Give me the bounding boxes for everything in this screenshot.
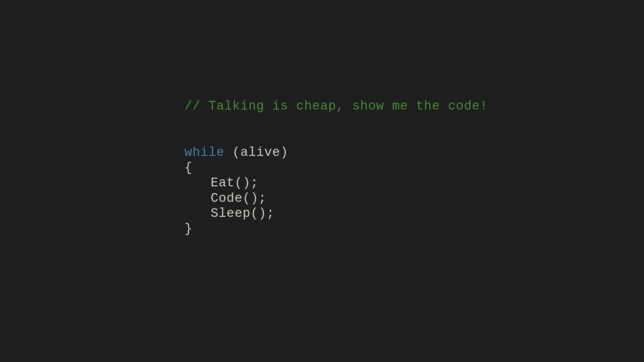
statement-line-2: Code(); [184,191,503,206]
blank-line [184,114,503,129]
code-comment-line: // Talking is cheap, show me the code! [184,99,503,114]
brace-close-line: } [184,221,503,237]
statement-eat: Eat(); [211,176,259,190]
condition-text: (alive) [224,145,288,160]
brace-open-line: { [184,160,503,176]
keyword-while: while [184,145,224,160]
statement-code: Code(); [211,191,267,205]
statement-sleep: Sleep(); [211,206,274,221]
code-wallpaper: // Talking is cheap, show me the code! w… [184,99,503,236]
statement-line-3: Sleep(); [184,206,503,221]
statement-line-1: Eat(); [184,175,503,191]
code-while-line: while (alive) [184,145,503,160]
blank-line [184,129,503,145]
